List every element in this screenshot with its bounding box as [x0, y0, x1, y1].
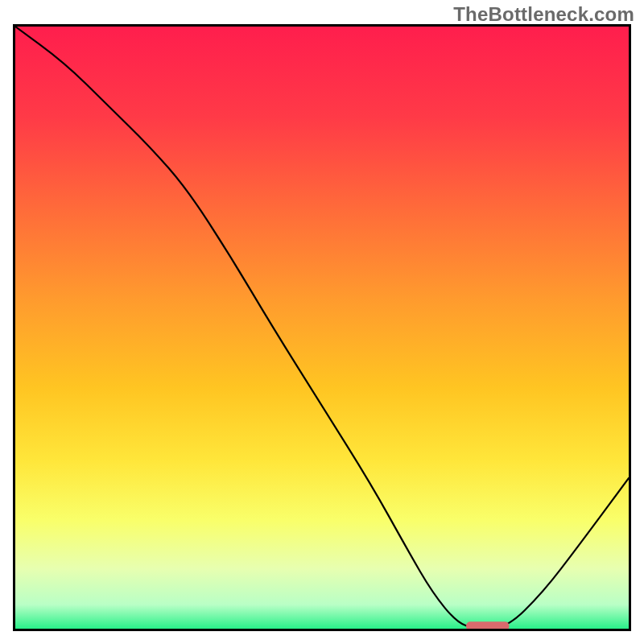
plot-svg — [15, 27, 629, 629]
plot-frame — [13, 24, 631, 631]
chart-container: TheBottleneck.com — [0, 0, 644, 644]
minimum-marker — [466, 621, 509, 629]
gradient-rect — [15, 27, 629, 629]
watermark-text: TheBottleneck.com — [453, 3, 634, 26]
